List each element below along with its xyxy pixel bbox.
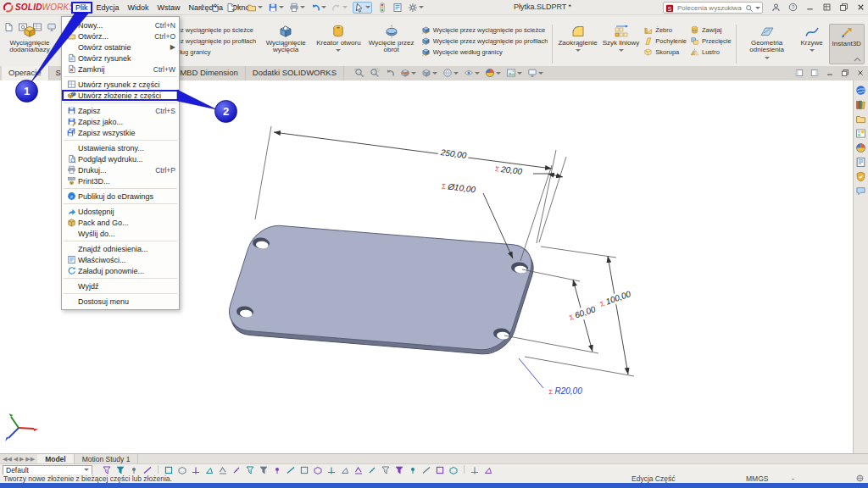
print-icon[interactable] [289, 3, 305, 13]
caret-down-icon[interactable] [619, 49, 624, 54]
custom-properties-icon[interactable] [855, 157, 866, 168]
filter-edges-icon[interactable] [177, 464, 187, 474]
ribbon-pochylenie[interactable]: Pochylenie [643, 36, 687, 47]
tab-scroll-arrows[interactable]: ◀◀ ◀ ▶ ▶▶ [0, 456, 37, 463]
file-menu-właściwości-[interactable]: Właściwości... [62, 254, 179, 265]
ribbon-zaokrąglenie[interactable]: Zaokrąglenie [555, 24, 599, 64]
ribbon-lustro[interactable]: Lustro [690, 47, 732, 58]
file-menu-drukuj-[interactable]: Drukuj...Ctrl+P [62, 164, 179, 175]
filter-active-icon[interactable] [129, 464, 139, 474]
close-doc-icon[interactable] [856, 68, 865, 77]
caret-down-icon[interactable] [342, 6, 348, 11]
file-explorer-icon[interactable] [855, 114, 866, 125]
file-menu-udostępnij[interactable]: Udostępnij [62, 206, 179, 217]
section-view-icon[interactable] [400, 68, 416, 78]
file-menu-otwórz-ostatnie[interactable]: Otwórz ostatnie▶ [62, 42, 179, 53]
file-menu-utwórz-rysunek-z-części[interactable]: Utwórz rysunek z części [62, 79, 179, 90]
file-menu-otwórz-[interactable]: Otwórz...Ctrl+O [62, 30, 179, 42]
caret-down-icon[interactable] [538, 72, 543, 77]
caret-down-icon[interactable] [411, 72, 416, 77]
caret-down-icon[interactable] [496, 72, 501, 77]
filter-surface-bodies-icon[interactable] [204, 464, 214, 474]
minimize-doc-icon[interactable] [826, 68, 834, 77]
new-window-icon[interactable] [839, 3, 849, 13]
edit-appearance-icon[interactable] [485, 68, 501, 78]
design-library-icon[interactable] [855, 99, 866, 110]
caret-down-icon[interactable] [236, 6, 242, 11]
filter-dimensions-icon[interactable] [340, 464, 350, 474]
ribbon-wycięcie-przez-wyciągnięcie-po-profilach[interactable]: Wycięcie przez wyciągnięcie po profilach [421, 36, 548, 47]
save-icon[interactable] [268, 3, 284, 13]
close-icon[interactable] [856, 3, 865, 13]
apply-scene-icon[interactable] [506, 68, 522, 78]
ribbon-wycięcie-według-granicy[interactable]: Wycięcie według granicy [421, 47, 548, 58]
filter-options-icon[interactable] [115, 464, 125, 474]
filter-sketches-icon[interactable] [272, 464, 282, 474]
menu-widok[interactable]: Widok [124, 3, 153, 13]
dimension-corner-radius[interactable]: Σ R20,00Σ R20,00 [519, 358, 582, 396]
forum-icon[interactable] [855, 171, 866, 182]
file-menu-zapisz-wszystkie[interactable]: Zapisz wszystkie [62, 127, 179, 138]
caret-down-icon[interactable] [517, 72, 522, 77]
part-plate-face[interactable] [223, 224, 538, 352]
command-search[interactable]: S [663, 2, 763, 14]
minimize-icon[interactable] [805, 3, 815, 13]
filter-arrow-icon[interactable] [142, 464, 153, 474]
caret-down-icon[interactable] [279, 6, 284, 11]
tab-dodatki-solidworks[interactable]: Dodatki SOLIDWORKS [246, 66, 344, 80]
ribbon-wyciągnięcie-dodania-bazy[interactable]: Wyciągnięcie dodania/bazy [2, 24, 58, 64]
filter-notes-icon[interactable] [381, 464, 391, 474]
caret-down-icon[interactable] [475, 72, 480, 77]
filter-weld-symbols-icon[interactable] [408, 464, 418, 474]
filter-solid-bodies-icon[interactable] [218, 464, 228, 474]
zoom-area-icon[interactable] [370, 68, 380, 78]
filter-faces-icon[interactable] [191, 464, 201, 474]
file-menu-wyjdź[interactable]: Wyjdź [62, 280, 179, 291]
ribbon-wyciągnięcie-wycięcia[interactable]: Wyciągnięcie wycięcia [258, 24, 314, 64]
tab-operacje[interactable]: Operacje [2, 66, 49, 80]
file-menu-zapisz[interactable]: ZapiszCtrl+S [62, 105, 179, 116]
login-user-icon[interactable] [771, 3, 781, 13]
menu-wstaw[interactable]: Wstaw [153, 3, 185, 13]
filter-midpoints-icon[interactable] [299, 464, 309, 474]
ribbon-przecięcie[interactable]: Przecięcie [690, 36, 732, 47]
caret-down-icon[interactable] [336, 49, 341, 54]
configuration-select[interactable]: Default [3, 465, 92, 475]
search-caret-icon[interactable] [755, 7, 760, 12]
filter-center-marks-icon[interactable] [313, 464, 323, 474]
undo-icon[interactable] [310, 3, 326, 13]
ribbon-krzywe[interactable]: Krzywe [795, 24, 829, 64]
caret-down-icon[interactable] [453, 72, 459, 77]
file-menu-dostosuj-menu[interactable]: Dostosuj menu [62, 296, 179, 307]
file-menu-zamknij[interactable]: ZamknijCtrl+W [62, 64, 179, 75]
file-menu-zapisz-jako-[interactable]: Zapisz jako... [62, 116, 179, 127]
view-orientation-icon[interactable] [421, 68, 437, 78]
filter-surface-finish-icon[interactable] [353, 464, 364, 474]
clear-filters-icon[interactable] [102, 464, 112, 474]
pane-left-icon[interactable] [795, 68, 804, 77]
filter-datum-targets-icon[interactable] [421, 464, 431, 474]
view-settings-icon[interactable] [527, 68, 543, 78]
restore-icon[interactable] [822, 3, 832, 13]
edit-mode-label[interactable]: Edycja Część [632, 474, 676, 483]
restore-doc-icon[interactable] [841, 68, 849, 77]
solidworks-resources-icon[interactable] [855, 85, 866, 96]
home-icon[interactable] [210, 3, 220, 13]
filter-planes-icon[interactable] [245, 464, 255, 474]
ribbon-skorupa[interactable]: Skorupa [643, 47, 687, 58]
file-menu-nowy-[interactable]: Nowy...Ctrl+N [62, 19, 179, 30]
new-document-icon[interactable] [225, 3, 242, 13]
ribbon-geometria-odniesienia[interactable]: Geometria odniesienia [739, 24, 795, 64]
file-menu-utwórz-złożenie-z-części[interactable]: Utwórz złożenie z części [62, 90, 179, 101]
file-properties-icon[interactable] [392, 3, 403, 13]
file-menu-podgląd-wydruku-[interactable]: Podgląd wydruku... [62, 153, 179, 164]
filter-centerline-icon[interactable] [326, 464, 337, 474]
file-menu-otwórz-rysunek[interactable]: Otwórz rysunek [62, 53, 179, 64]
search-input[interactable] [676, 3, 743, 13]
dimension-length[interactable]: 250,00250,00 [255, 126, 556, 243]
caret-down-icon[interactable] [419, 6, 424, 11]
caret-down-icon[interactable] [765, 57, 770, 62]
status-globe-icon[interactable] [856, 474, 864, 482]
filter-blocks-icon[interactable] [448, 464, 459, 474]
hide-show-items-icon[interactable] [464, 68, 480, 78]
